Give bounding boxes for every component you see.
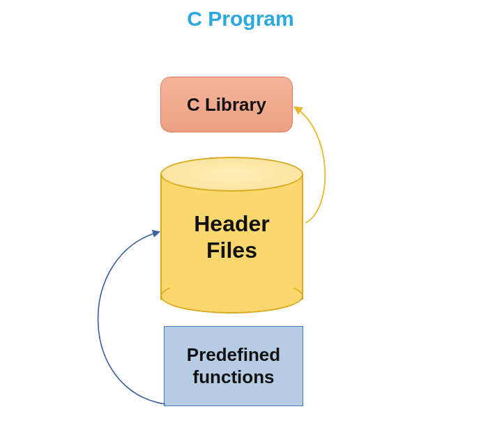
c-library-label: C Library: [187, 94, 266, 116]
predefined-functions-node: Predefinedfunctions: [164, 326, 303, 406]
diagram-title: C Program: [187, 7, 293, 31]
c-library-node: C Library: [160, 77, 293, 132]
header-files-label: HeaderFiles: [194, 210, 270, 264]
cylinder-bottom-icon: [160, 279, 303, 314]
cylinder-top-icon: [160, 157, 303, 192]
predefined-functions-label: Predefinedfunctions: [187, 344, 280, 387]
header-files-node: HeaderFiles: [160, 157, 303, 314]
arrow-functions-to-headers: [98, 232, 165, 404]
